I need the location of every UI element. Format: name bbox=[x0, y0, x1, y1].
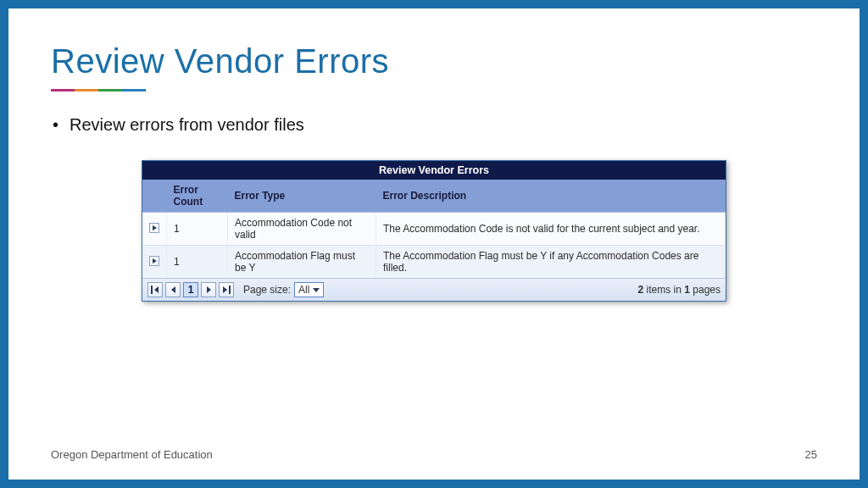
cell-type: Accommodation Code not valid bbox=[228, 213, 376, 246]
pager-page-1[interactable]: 1 bbox=[183, 282, 198, 297]
col-error-desc: Error Description bbox=[376, 180, 726, 213]
footer-org: Oregon Department of Education bbox=[51, 448, 213, 461]
slide: Review Vendor Errors Review errors from … bbox=[8, 8, 860, 480]
pager: 1 Page size: All 2 items in 1 pages bbox=[142, 278, 726, 301]
pager-status: 2 items in 1 pages bbox=[638, 284, 721, 296]
slide-border: Review Vendor Errors Review errors from … bbox=[0, 0, 868, 488]
pager-page-count: 1 bbox=[684, 284, 690, 296]
errors-panel: Review Vendor Errors Error Count Error T… bbox=[142, 160, 726, 302]
expand-row-icon[interactable] bbox=[149, 223, 159, 233]
panel-header: Review Vendor Errors bbox=[142, 161, 726, 180]
table-row: 1 Accommodation Code not valid The Accom… bbox=[142, 213, 726, 246]
table-row: 1 Accommodation Flag must be Y The Accom… bbox=[142, 246, 726, 279]
pager-first-button[interactable] bbox=[147, 282, 163, 297]
errors-panel-wrap: Review Vendor Errors Error Count Error T… bbox=[142, 160, 726, 302]
page-size-value: All bbox=[298, 284, 309, 296]
expand-row-icon[interactable] bbox=[149, 256, 159, 266]
pager-next-button[interactable] bbox=[201, 282, 216, 297]
table-header-row: Error Count Error Type Error Description bbox=[142, 180, 726, 213]
cell-count: 1 bbox=[167, 213, 228, 246]
col-error-type: Error Type bbox=[228, 180, 376, 213]
pager-prev-button[interactable] bbox=[165, 282, 181, 297]
page-title: Review Vendor Errors bbox=[51, 42, 817, 80]
accent-bar bbox=[51, 89, 146, 92]
col-expand bbox=[142, 180, 167, 213]
page-size-label: Page size: bbox=[243, 284, 291, 296]
col-error-count: Error Count bbox=[167, 180, 228, 213]
errors-table: Error Count Error Type Error Description… bbox=[142, 180, 726, 278]
bullet-text: Review errors from vendor files bbox=[70, 115, 817, 135]
cell-type: Accommodation Flag must be Y bbox=[228, 246, 376, 279]
cell-count: 1 bbox=[167, 246, 228, 279]
footer-page-number: 25 bbox=[805, 448, 817, 461]
cell-desc: The Accommodation Code is not valid for … bbox=[376, 213, 726, 246]
cell-desc: The Accommodation Flag must be Y if any … bbox=[376, 246, 726, 279]
pager-last-button[interactable] bbox=[219, 282, 234, 297]
page-size-select[interactable]: All bbox=[294, 282, 324, 297]
